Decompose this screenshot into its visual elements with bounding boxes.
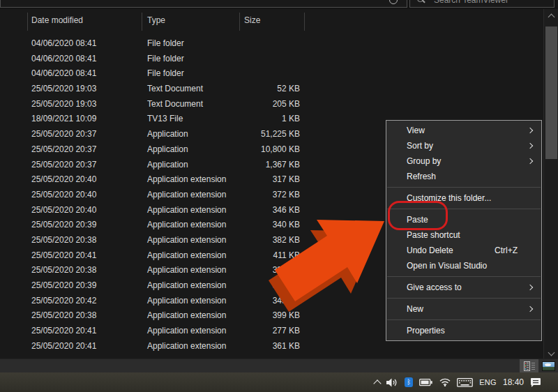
menu-item-properties[interactable]: Properties xyxy=(386,323,541,338)
cell-size: 317 KB xyxy=(223,172,300,188)
cell-date: 25/05/2020 20:39 xyxy=(31,278,96,294)
cell-date: 25/05/2020 20:40 xyxy=(31,188,96,203)
cell-type: Application xyxy=(147,142,188,158)
menu-item-customize-this-folder[interactable]: Customize this folder... xyxy=(386,190,541,206)
cell-date: 25/05/2020 20:37 xyxy=(31,158,96,173)
wifi-icon[interactable] xyxy=(439,378,451,386)
cell-type: Application extension xyxy=(147,278,226,294)
cell-date: 25/05/2020 20:40 xyxy=(31,172,96,188)
cell-size: 10,800 KB xyxy=(223,142,300,158)
file-row[interactable]: 04/06/2020 08:41File folder xyxy=(0,52,543,67)
cell-type: Application extension xyxy=(147,218,226,233)
column-header-date-modified[interactable]: Date modified xyxy=(31,11,83,29)
hidden-icons-chevron-icon[interactable] xyxy=(374,379,382,387)
cell-size: 372 KB xyxy=(223,188,300,203)
column-header-size[interactable]: Size xyxy=(244,11,260,29)
menu-item-give-access-to[interactable]: Give access to xyxy=(386,280,541,295)
menu-item-label: Properties xyxy=(407,326,445,336)
menu-separator xyxy=(387,209,541,209)
status-bar xyxy=(0,359,558,372)
cell-type: File folder xyxy=(147,66,184,82)
menu-item-sort-by[interactable]: Sort by xyxy=(386,138,541,153)
menu-item-refresh[interactable]: Refresh xyxy=(386,169,541,184)
menu-item-label: New xyxy=(407,304,423,314)
menu-item-label: Group by xyxy=(407,156,441,166)
menu-item-label: Sort by xyxy=(407,141,433,151)
menu-shortcut: Ctrl+Z xyxy=(495,243,518,258)
thumbnail-view-button[interactable] xyxy=(540,359,557,373)
cell-type: Application extension xyxy=(147,188,226,203)
cell-date: 25/05/2020 20:40 xyxy=(31,203,96,218)
touch-keyboard-icon[interactable] xyxy=(457,378,473,387)
menu-item-label: Customize this folder... xyxy=(407,193,491,203)
menu-item-undo-delete[interactable]: Undo DeleteCtrl+Z xyxy=(386,243,541,258)
top-bar: Search TeamViewer xyxy=(0,0,558,9)
cell-type: File folder xyxy=(147,52,184,67)
cell-date: 04/06/2020 08:41 xyxy=(31,36,96,52)
cell-date: 25/05/2020 20:41 xyxy=(31,248,96,264)
cell-size: 345 KB xyxy=(223,294,300,309)
menu-separator xyxy=(387,298,541,299)
explorer-window: Search TeamViewer Date modified Type Siz… xyxy=(0,0,558,392)
cell-type: Application extension xyxy=(147,233,226,248)
vertical-scrollbar[interactable] xyxy=(543,9,558,359)
scroll-up-icon[interactable] xyxy=(548,14,555,21)
column-separator[interactable] xyxy=(27,13,28,31)
clock[interactable]: 18:40 xyxy=(503,377,524,387)
cell-type: Application extension xyxy=(147,339,226,354)
column-header-type[interactable]: Type xyxy=(147,11,165,29)
scrollbar-thumb[interactable] xyxy=(545,27,557,159)
cell-date: 25/05/2020 20:37 xyxy=(31,142,96,158)
chevron-right-icon xyxy=(527,143,533,149)
cell-size: 411 KB xyxy=(223,248,300,264)
chevron-right-icon xyxy=(527,306,533,312)
column-separator[interactable] xyxy=(142,13,142,31)
address-bar[interactable] xyxy=(0,0,407,8)
cell-size: 1,367 KB xyxy=(223,158,300,173)
menu-item-label: Give access to xyxy=(407,282,462,292)
file-row[interactable]: 04/06/2020 08:41File folder xyxy=(0,36,543,52)
menu-item-paste-shortcut[interactable]: Paste shortcut xyxy=(386,227,541,243)
cell-type: Application extension xyxy=(147,172,226,188)
cell-type: Application xyxy=(147,127,188,142)
file-row[interactable]: 25/05/2020 19:03Text Document205 KB xyxy=(0,97,543,112)
cell-size: 382 KB xyxy=(223,233,300,248)
column-separator[interactable] xyxy=(304,13,305,31)
scroll-down-icon[interactable] xyxy=(548,349,555,356)
battery-icon[interactable] xyxy=(419,378,433,386)
cell-date: 18/09/2021 10:09 xyxy=(31,112,96,127)
menu-separator xyxy=(387,276,541,277)
details-view-button[interactable] xyxy=(520,359,538,373)
menu-item-view[interactable]: View xyxy=(386,123,541,138)
cell-type: Application extension xyxy=(147,203,226,218)
cell-size: 51,225 KB xyxy=(223,127,300,142)
cell-type: Application extension xyxy=(147,263,226,278)
file-row[interactable]: 04/06/2020 08:41File folder xyxy=(0,66,543,82)
chevron-right-icon xyxy=(527,158,533,164)
cell-date: 25/05/2020 20:38 xyxy=(31,308,96,324)
cell-size: 1 KB xyxy=(223,112,300,127)
menu-item-new[interactable]: New xyxy=(386,301,541,317)
menu-item-label: Open in Visual Studio xyxy=(407,261,487,271)
cell-type: TV13 File xyxy=(147,112,183,127)
bluetooth-icon[interactable]: ᛒ xyxy=(405,377,413,387)
cell-date: 25/05/2020 20:41 xyxy=(31,339,96,354)
menu-item-open-in-visual-studio[interactable]: Open in Visual Studio xyxy=(386,258,541,273)
cell-size: 52 KB xyxy=(223,82,300,97)
search-icon xyxy=(417,0,423,2)
cell-type: Text Document xyxy=(147,82,203,97)
menu-separator xyxy=(387,319,541,320)
action-center-icon[interactable] xyxy=(530,377,541,388)
column-separator[interactable] xyxy=(239,13,240,31)
cell-date: 04/06/2020 08:41 xyxy=(31,52,96,67)
menu-item-group-by[interactable]: Group by xyxy=(386,153,541,169)
file-row[interactable]: 25/05/2020 19:03Text Document52 KB xyxy=(0,82,543,97)
search-box[interactable]: Search TeamViewer xyxy=(409,0,555,8)
language-indicator[interactable]: ENG xyxy=(479,378,497,386)
file-row[interactable]: 25/05/2020 20:41Application extension361… xyxy=(0,339,543,354)
menu-item-paste[interactable]: Paste xyxy=(386,212,541,227)
cell-type: Application xyxy=(147,158,188,173)
search-placeholder: Search TeamViewer xyxy=(434,0,508,5)
menu-item-label: Paste xyxy=(407,215,428,225)
volume-icon[interactable] xyxy=(386,378,398,387)
